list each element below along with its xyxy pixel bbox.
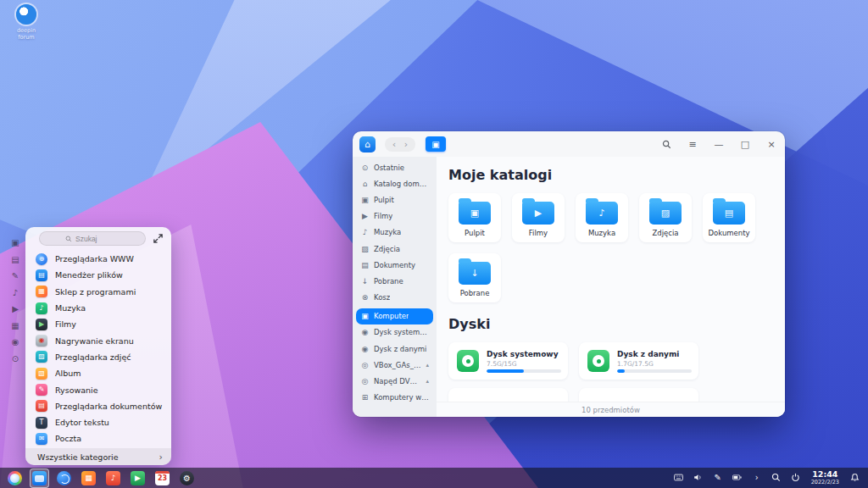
disk-card-system[interactable]: Dysk systemowy 7.5G/15G (448, 342, 568, 380)
close-button[interactable]: × (765, 137, 778, 151)
chevron-right-icon[interactable]: › (751, 472, 763, 484)
system-disk-icon (457, 350, 479, 372)
sidebar-item-videos[interactable]: ▶Filmy (356, 208, 433, 225)
sidebar-label: Dokumenty (374, 261, 415, 269)
expand-launcher-icon[interactable] (153, 233, 164, 244)
clock[interactable]: 12:44 2022/2/23 (811, 470, 839, 485)
music-category-icon[interactable]: ♪ (10, 287, 21, 298)
dock-control-center-button[interactable]: ⚙ (179, 470, 195, 486)
computer-view-button[interactable]: ▣ (426, 136, 446, 152)
sidebar-item-home[interactable]: ⌂Katalog domowy (356, 175, 433, 191)
folder-label: Dokumenty (708, 229, 749, 237)
sidebar-item-network[interactable]: ⊞Komputery w sieci... (356, 390, 433, 406)
dock-movies-button[interactable]: ▶ (130, 470, 146, 486)
dock-app-store-button[interactable]: ▦ (81, 470, 97, 486)
folders-grid: ▣Pulpit ▶Filmy ♪Muzyka ▨Zdjęcia ▤Dokumen… (448, 193, 773, 302)
dock-file-manager-button[interactable] (31, 470, 47, 486)
folder-glyph: ▤ (713, 202, 745, 225)
folder-card-dokumenty[interactable]: ▤Dokumenty (703, 193, 755, 242)
file-manager-app-icon: ▤ (36, 269, 47, 281)
home-button[interactable]: ⌂ (359, 136, 376, 152)
eject-icon[interactable]: ▴ (426, 378, 429, 385)
forward-button[interactable]: › (400, 139, 412, 150)
sidebar-item-vbox-cd[interactable]: ◎VBox_GAs_6.1...▴ (356, 357, 433, 373)
system-category-icon[interactable]: ⊙ (10, 353, 21, 364)
maximize-button[interactable]: □ (738, 137, 752, 151)
keyboard-icon[interactable] (673, 472, 685, 484)
dock-launcher-button[interactable] (7, 470, 23, 486)
launcher-item-browser[interactable]: ⊕Przeglądarka WWW (25, 251, 171, 267)
movies-app-icon: ▶ (36, 319, 47, 330)
launcher-item-image-viewer[interactable]: ▨Przeglądarka zdjęć (25, 349, 171, 365)
nav-buttons: ‹ › (385, 137, 415, 152)
data-disk-icon (587, 350, 609, 372)
reading-category-icon[interactable]: ◉ (10, 336, 21, 347)
launcher-item-app-store[interactable]: ▦Sklep z programami (25, 284, 171, 300)
sidebar-item-system-disk[interactable]: ◉Dysk systemowy (356, 324, 433, 341)
launcher-item-screen-recorder[interactable]: ◉Nagrywanie ekranu (25, 332, 171, 348)
sidebar-label: Filmy (374, 212, 392, 220)
app-label: Menedżer plików (55, 270, 123, 280)
minimize-button[interactable]: — (712, 137, 726, 151)
sidebar-item-dvd-drive[interactable]: ◎Napęd DVD-R...▴ (356, 373, 433, 389)
launcher-item-mail[interactable]: ✉Poczta (25, 430, 171, 446)
internet-category-icon[interactable]: ▣ (10, 237, 21, 248)
search-button[interactable] (659, 137, 673, 151)
titlebar[interactable]: ⌂ ‹ › ▣ ≡ — □ × (353, 131, 785, 157)
sidebar-item-recent[interactable]: ⊙Ostatnie (356, 159, 433, 175)
launcher-item-text-editor[interactable]: TEdytor tekstu (25, 414, 171, 430)
launcher-item-draw[interactable]: ✎Rysowanie (25, 381, 171, 397)
sidebar-label: Komputer (374, 312, 409, 320)
sidebar-item-desktop[interactable]: ▣Pulpit (356, 191, 433, 208)
dock-calendar-button[interactable]: 23 (154, 470, 170, 486)
folder-card-muzyka[interactable]: ♪Muzyka (576, 193, 628, 242)
computer-icon: ▣ (431, 140, 439, 149)
sidebar-label: Dysk systemowy (374, 328, 429, 336)
graphics-category-icon[interactable]: ✎ (10, 270, 21, 281)
sidebar-item-data-disk[interactable]: ◉Dysk z danymi (356, 341, 433, 357)
folder-card-filmy[interactable]: ▶Filmy (512, 193, 565, 242)
dock-browser-button[interactable] (56, 470, 72, 486)
pen-icon[interactable]: ✎ (712, 472, 724, 484)
folder-card-pobrane[interactable]: ↓Pobrane (448, 253, 501, 302)
video-category-icon[interactable]: ▶ (10, 303, 21, 314)
power-icon[interactable] (790, 472, 802, 484)
disk-icon: ◉ (360, 328, 370, 336)
launcher-item-file-manager[interactable]: ▤Menedżer plików (25, 267, 171, 283)
sidebar-item-pictures[interactable]: ▨Zdjęcia (356, 241, 433, 257)
app-label: Filmy (55, 319, 76, 329)
launcher-item-movies[interactable]: ▶Filmy (25, 316, 171, 332)
folder-card-zdjecia[interactable]: ▨Zdjęcia (639, 193, 692, 242)
launcher-item-music[interactable]: ♪Muzyka (25, 300, 171, 316)
launcher-search-box[interactable] (39, 231, 146, 246)
sidebar-item-music[interactable]: ♪Muzyka (356, 225, 433, 241)
menu-button[interactable]: ≡ (686, 137, 699, 151)
sidebar-item-computer[interactable]: ▣Komputer (356, 308, 433, 324)
search-icon (65, 236, 72, 242)
dock-music-button[interactable]: ♪ (105, 470, 121, 486)
back-button[interactable]: ‹ (388, 139, 400, 150)
search-icon[interactable] (771, 472, 782, 484)
office-category-icon[interactable]: ▦ (10, 320, 21, 331)
file-manager-sidebar: ⊙Ostatnie ⌂Katalog domowy ▣Pulpit ▶Filmy… (353, 157, 437, 417)
sidebar-label: VBox_GAs_6.1... (374, 361, 421, 369)
all-categories-button[interactable]: Wszystkie kategorie › (25, 448, 171, 465)
sidebar-label: Katalog domowy (374, 180, 429, 188)
documents-folder-icon: ▤ (713, 202, 745, 225)
launcher-item-document-viewer[interactable]: ▤Przeglądarka dokumentów (25, 398, 171, 414)
disk-usage-fill (487, 369, 524, 373)
sidebar-item-downloads[interactable]: ↓Pobrane (356, 273, 433, 289)
documents-category-icon[interactable]: ▤ (10, 254, 21, 265)
notification-bell-icon[interactable] (849, 472, 860, 484)
sidebar-item-trash[interactable]: ⊗Kosz (356, 290, 433, 306)
battery-icon[interactable] (732, 472, 743, 484)
disk-card-data[interactable]: Dysk z danymi 1.7G/17.5G (579, 342, 698, 380)
desktop-folder-icon: ▣ (459, 202, 491, 225)
search-input[interactable] (75, 235, 120, 243)
launcher-item-album[interactable]: ▧Album (25, 365, 171, 381)
eject-icon[interactable]: ▴ (426, 362, 429, 369)
sidebar-item-documents[interactable]: ▤Dokumenty (356, 257, 433, 273)
folder-glyph: ♪ (586, 202, 618, 225)
volume-icon[interactable] (693, 472, 704, 484)
folder-card-pulpit[interactable]: ▣Pulpit (448, 193, 501, 242)
